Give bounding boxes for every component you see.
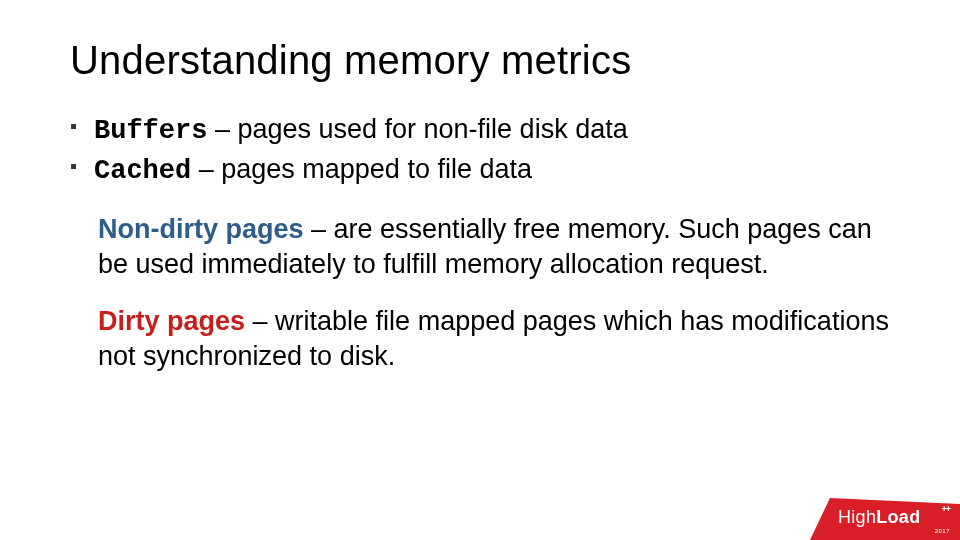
bullet-item: Cached – pages mapped to file data	[70, 151, 890, 189]
logo-text: HighLoad	[838, 507, 920, 528]
bullet-item: Buffers – pages used for non-file disk d…	[70, 111, 890, 149]
paragraph-dirty: Dirty pages – writable file mapped pages…	[98, 304, 890, 374]
slide-title: Understanding memory metrics	[70, 38, 890, 83]
bullet-desc: – pages used for non-file disk data	[207, 114, 627, 144]
logo-load: Load	[876, 507, 920, 527]
bullet-term: Cached	[94, 156, 191, 186]
lead-dirty: Dirty pages	[98, 306, 245, 336]
slide: Understanding memory metrics Buffers – p…	[0, 0, 960, 540]
paragraph-nondirty: Non-dirty pages – are essentially free m…	[98, 212, 890, 282]
logo-year: 2017	[935, 528, 950, 534]
lead-nondirty: Non-dirty pages	[98, 214, 304, 244]
brand-logo: HighLoad ++ 2017	[810, 498, 960, 540]
logo-high: High	[838, 507, 876, 527]
bullet-term: Buffers	[94, 116, 207, 146]
bullet-desc: – pages mapped to file data	[191, 154, 532, 184]
bullet-list: Buffers – pages used for non-file disk d…	[70, 111, 890, 190]
logo-plus: ++	[941, 504, 950, 514]
